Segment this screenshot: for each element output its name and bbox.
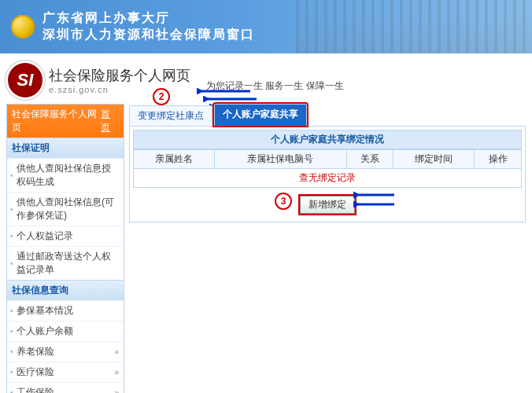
tab-change-binding[interactable]: 变更绑定社康点 bbox=[129, 105, 212, 126]
sidebar-header: 社会保障服务个人网页 首页 bbox=[7, 105, 124, 138]
top-banner: 广东省网上办事大厅 深圳市人力资源和社会保障局窗口 bbox=[0, 0, 532, 53]
sidebar-item[interactable]: 个人权益记录 bbox=[7, 226, 124, 246]
sidebar-group-cert-list: 供他人查阅社保信息授权码生成 供他人查阅社保信息(可作参保凭证) 个人权益记录 … bbox=[7, 158, 124, 280]
gov-emblem-icon bbox=[11, 15, 35, 39]
tab-bar: 变更绑定社康点 个人账户家庭共享 bbox=[129, 104, 526, 127]
table-header-row: 亲属姓名 亲属社保电脑号 关系 绑定时间 操作 bbox=[134, 150, 522, 169]
button-area: 3 新增绑定 bbox=[133, 188, 522, 219]
sidebar-item[interactable]: 供他人查阅社保信息授权码生成 bbox=[7, 158, 124, 192]
sidebar-group-title-cert: 社保证明 bbox=[7, 138, 124, 158]
sidebar-group-title-query: 社保信息查询 bbox=[7, 280, 124, 300]
sidebar-item[interactable]: 供他人查阅社保信息(可作参保凭证) bbox=[7, 192, 124, 226]
panel: 个人账户家庭共享绑定情况 亲属姓名 亲属社保电脑号 关系 绑定时间 操作 查无绑… bbox=[129, 127, 526, 222]
table-header: 亲属社保电脑号 bbox=[214, 150, 346, 169]
annotation-marker-2: 2 bbox=[153, 88, 170, 105]
annotation-arrow-icon bbox=[353, 200, 396, 208]
banner-line1: 广东省网上办事大厅 bbox=[42, 10, 255, 27]
page-title: 社会保险服务个人网页 bbox=[49, 66, 190, 85]
sidebar-item[interactable]: 参保基本情况 bbox=[7, 300, 124, 321]
sub-header: SI 社会保险服务个人网页 e.szsi.gov.cn 为您记录一生 服务一生 … bbox=[0, 53, 532, 102]
sidebar: 社会保障服务个人网页 首页 社保证明 供他人查阅社保信息授权码生成 供他人查阅社… bbox=[6, 104, 124, 393]
sidebar-item[interactable]: 通过邮政寄送达个人权益记录单 bbox=[7, 246, 124, 280]
add-binding-button[interactable]: 新增绑定 bbox=[300, 196, 355, 214]
sidebar-group-query-list: 参保基本情况 个人账户余额 养老保险» 医疗保险» 工伤保险» 失业保险» 异地… bbox=[7, 300, 124, 393]
sidebar-item[interactable]: 个人账户余额 bbox=[7, 321, 124, 341]
table-header: 亲属姓名 bbox=[134, 150, 215, 169]
si-logo-icon: SI bbox=[8, 63, 42, 97]
chevron-right-icon: » bbox=[114, 388, 119, 393]
binding-table: 亲属姓名 亲属社保电脑号 关系 绑定时间 操作 查无绑定记录 bbox=[133, 149, 522, 188]
annotation-arrow-icon bbox=[203, 96, 258, 102]
table-row: 查无绑定记录 bbox=[134, 169, 522, 188]
annotation-arrow-icon bbox=[197, 88, 252, 94]
table-header: 关系 bbox=[346, 150, 393, 169]
table-header: 绑定时间 bbox=[393, 150, 475, 169]
banner-city-silhouette-icon bbox=[296, 0, 532, 53]
table-header: 操作 bbox=[475, 150, 522, 169]
chevron-right-icon: » bbox=[114, 368, 119, 376]
empty-record-text: 查无绑定记录 bbox=[134, 169, 522, 188]
main-content: 2 变更绑定社康点 个人账户家庭共享 个人账户家庭共享绑定情况 亲属姓名 亲属社… bbox=[129, 104, 526, 393]
annotation-arrow-icon bbox=[353, 191, 396, 199]
banner-line2: 深圳市人力资源和社会保障局窗口 bbox=[42, 27, 255, 43]
sidebar-item[interactable]: 医疗保险» bbox=[7, 362, 124, 382]
sidebar-header-label: 社会保障服务个人网页 bbox=[12, 108, 101, 134]
annotation-marker-3: 3 bbox=[275, 193, 292, 210]
sidebar-item[interactable]: 工伤保险» bbox=[7, 382, 124, 393]
chevron-right-icon: » bbox=[114, 347, 119, 356]
panel-title: 个人账户家庭共享绑定情况 bbox=[133, 130, 522, 149]
tab-family-share[interactable]: 个人账户家庭共享 bbox=[214, 104, 307, 126]
sidebar-home-link[interactable]: 首页 bbox=[101, 108, 119, 134]
sidebar-item[interactable]: 养老保险» bbox=[7, 341, 124, 362]
